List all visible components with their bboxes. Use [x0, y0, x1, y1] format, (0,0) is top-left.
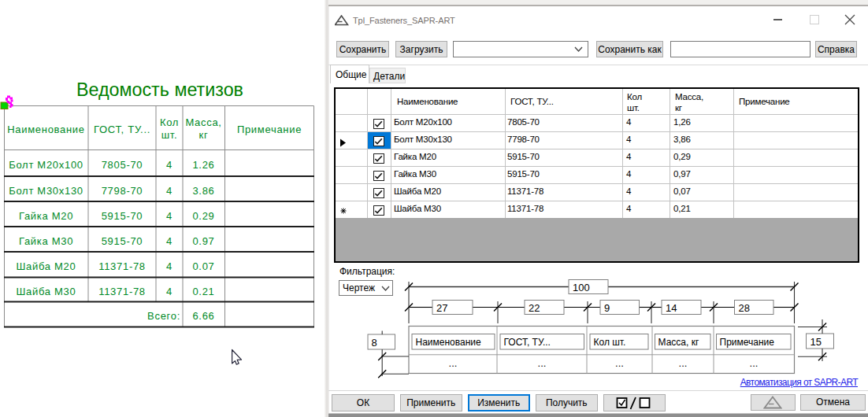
- svg-text:6.66: 6.66: [192, 310, 214, 322]
- svg-text:Ведомость метизов: Ведомость метизов: [76, 79, 243, 100]
- svg-text:Масса,: Масса,: [185, 116, 221, 128]
- svg-text:Гайка М20: Гайка М20: [19, 210, 73, 222]
- svg-text:7798-70: 7798-70: [102, 185, 143, 197]
- svg-text:ГОСТ, ТУ...: ГОСТ, ТУ...: [504, 337, 551, 348]
- svg-text:5915-70: 5915-70: [102, 210, 143, 222]
- svg-text:Примечание: Примечание: [720, 337, 775, 348]
- svg-text:4: 4: [166, 286, 172, 297]
- svg-text:100: 100: [573, 282, 590, 293]
- svg-text:...: ...: [679, 357, 688, 369]
- svg-text:0.21: 0.21: [192, 286, 214, 297]
- svg-text:Наименование: Наименование: [7, 124, 85, 135]
- svg-text:0.97: 0.97: [192, 235, 214, 247]
- svg-text:шт.: шт.: [161, 129, 178, 141]
- svg-text:Болт М20х100: Болт М20х100: [9, 159, 83, 171]
- svg-text:кг: кг: [199, 129, 209, 141]
- svg-text:0.07: 0.07: [192, 260, 214, 272]
- svg-text:Болт М30х130: Болт М30х130: [9, 185, 83, 197]
- svg-text:Шайба М20: Шайба М20: [17, 260, 76, 272]
- svg-text:5915-70: 5915-70: [102, 235, 143, 247]
- svg-text:Наименование: Наименование: [416, 337, 482, 348]
- svg-text:3.86: 3.86: [192, 185, 214, 197]
- svg-text:Примечание: Примечание: [237, 124, 302, 135]
- svg-text:Кол: Кол: [160, 116, 179, 128]
- svg-text:11371-78: 11371-78: [98, 260, 146, 272]
- svg-text:4: 4: [166, 159, 172, 171]
- svg-text:4: 4: [166, 235, 172, 247]
- svg-text:11371-78: 11371-78: [98, 286, 146, 297]
- svg-text:Масса, кг: Масса, кг: [658, 337, 699, 348]
- svg-text:15: 15: [811, 336, 822, 348]
- svg-text:7805-70: 7805-70: [102, 159, 143, 171]
- svg-text:14: 14: [666, 302, 677, 314]
- svg-text:4: 4: [166, 260, 172, 272]
- svg-text:28: 28: [739, 302, 750, 314]
- svg-text:...: ...: [538, 357, 547, 369]
- svg-text:9: 9: [604, 302, 610, 314]
- svg-text:22: 22: [529, 302, 540, 314]
- svg-text:1.26: 1.26: [192, 159, 214, 171]
- svg-text:4: 4: [166, 210, 172, 222]
- svg-text:8: 8: [372, 337, 377, 349]
- svg-text:...: ...: [449, 357, 458, 369]
- svg-text:0.29: 0.29: [192, 210, 214, 222]
- svg-text:Всего:: Всего:: [147, 310, 180, 322]
- svg-text:Гайка М30: Гайка М30: [19, 235, 73, 247]
- svg-text:27: 27: [436, 302, 447, 314]
- svg-text:...: ...: [615, 357, 624, 369]
- svg-text:Кол шт.: Кол шт.: [594, 337, 626, 348]
- svg-text:...: ...: [750, 357, 759, 369]
- svg-text:Шайба М30: Шайба М30: [17, 286, 76, 297]
- svg-text:4: 4: [166, 185, 172, 197]
- svg-text:ГОСТ, ТУ...: ГОСТ, ТУ...: [94, 124, 150, 135]
